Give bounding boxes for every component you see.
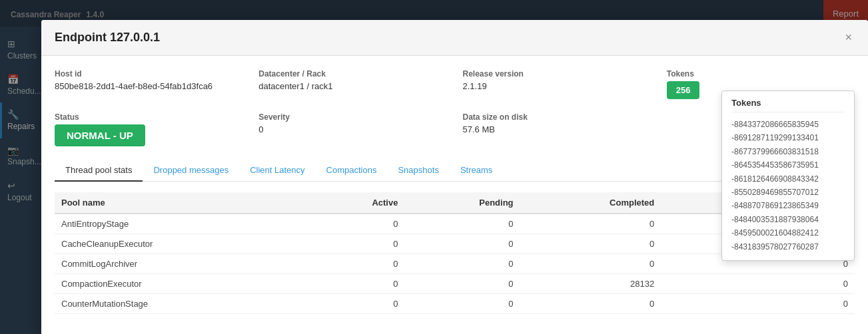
disk-cell: Data size on disk 57.6 MB (463, 112, 651, 146)
modal-title: Endpoint 127.0.0.1 (55, 31, 160, 45)
endpoint-modal: Endpoint 127.0.0.1 × Host id 850be818-2d… (41, 20, 868, 334)
cell-completed: 0 (520, 214, 661, 234)
severity-cell: Severity 0 (258, 112, 446, 146)
cell-completed: 0 (520, 254, 661, 274)
cell-pending: 0 (404, 274, 520, 294)
status-label: Status (55, 112, 242, 122)
table-row: CompactionExecutor 0 0 28132 0 (55, 274, 855, 294)
cell-active: 0 (309, 234, 404, 254)
tab-snapshots[interactable]: Snapshots (387, 160, 449, 182)
cell-pending: 0 (404, 234, 520, 254)
cell-blocked: 0 (661, 274, 855, 294)
table-row: CounterMutationStage 0 0 0 0 (55, 294, 855, 314)
tokens-button[interactable]: 256 (667, 81, 700, 99)
cell-pool-name: AntiEntropyStage (55, 214, 309, 234)
tab-client-latency[interactable]: Client Latency (239, 160, 315, 182)
modal-header: Endpoint 127.0.0.1 × (41, 20, 868, 56)
token-item-5: -8550289469855707012 (731, 186, 845, 199)
token-item-3: -8645354453586735951 (731, 158, 845, 172)
status-badge: NORMAL - UP (55, 124, 145, 146)
token-item-2: -8677379966603831518 (731, 145, 845, 158)
tokens-dropdown-title: Tokens (731, 98, 845, 112)
disk-label: Data size on disk (463, 112, 651, 122)
cell-active: 0 (309, 214, 404, 234)
cell-pending: 0 (404, 294, 520, 314)
tokens-dropdown: Tokens -8843372086665835945 -86912871192… (721, 90, 855, 261)
datacenter-value: datacenter1 / rack1 (258, 81, 446, 91)
modal-close-button[interactable]: × (842, 31, 855, 45)
cell-pending: 0 (404, 214, 520, 234)
host-id-value: 850be818-2dd1-4aef-b8ed-54fab1d3fca6 (55, 81, 242, 91)
release-value: 2.1.19 (463, 81, 651, 91)
col-pending: Pending (404, 192, 520, 214)
tab-streams[interactable]: Streams (450, 160, 503, 182)
severity-value: 0 (258, 124, 446, 134)
cell-active: 0 (309, 294, 404, 314)
token-item-1: -8691287119299133401 (731, 131, 845, 144)
info-grid: Host id 850be818-2dd1-4aef-b8ed-54fab1d3… (55, 69, 855, 99)
disk-value: 57.6 MB (463, 124, 651, 134)
status-cell: Status NORMAL - UP (55, 112, 242, 146)
release-label: Release version (463, 69, 651, 79)
cell-pending: 0 (404, 254, 520, 274)
token-item-6: -8488707869123865349 (731, 199, 845, 212)
token-item-0: -8843372086665835945 (731, 118, 845, 131)
datacenter-cell: Datacenter / Rack datacenter1 / rack1 (258, 69, 446, 99)
token-item-4: -8618126466908843342 (731, 172, 845, 186)
host-id-cell: Host id 850be818-2dd1-4aef-b8ed-54fab1d3… (55, 69, 242, 99)
col-active: Active (309, 192, 404, 214)
token-item-7: -8484003531887938064 (731, 213, 845, 226)
host-id-label: Host id (55, 69, 242, 79)
datacenter-label: Datacenter / Rack (258, 69, 446, 79)
cell-completed: 28132 (520, 274, 661, 294)
cell-blocked: 0 (661, 294, 855, 314)
severity-label: Severity (258, 112, 446, 122)
tab-compactions[interactable]: Compactions (316, 160, 388, 182)
tab-thread-pool-stats[interactable]: Thread pool stats (55, 160, 143, 182)
cell-pool-name: CompactionExecutor (55, 274, 309, 294)
app-background: Cassandra Reaper 1.4.0 Report ⊞ Clusters… (0, 0, 868, 334)
cell-active: 0 (309, 254, 404, 274)
cell-completed: 0 (520, 234, 661, 254)
tokens-label: Tokens (667, 69, 855, 79)
cell-pool-name: CacheCleanupExecutor (55, 234, 309, 254)
token-item-8: -8459500021604882412 (731, 226, 845, 240)
cell-pool-name: CounterMutationStage (55, 294, 309, 314)
cell-active: 0 (309, 274, 404, 294)
tokens-cell: Tokens 256 Tokens -8843372086665835945 -… (667, 69, 855, 99)
token-item-9: -8431839578027760287 (731, 240, 845, 253)
release-cell: Release version 2.1.19 (463, 69, 651, 99)
modal-body: Host id 850be818-2dd1-4aef-b8ed-54fab1d3… (41, 56, 868, 330)
tab-dropped-messages[interactable]: Dropped messages (143, 160, 239, 182)
cell-pool-name: CommitLogArchiver (55, 254, 309, 274)
col-completed: Completed (520, 192, 661, 214)
cell-completed: 0 (520, 294, 661, 314)
col-pool-name: Pool name (55, 192, 309, 214)
